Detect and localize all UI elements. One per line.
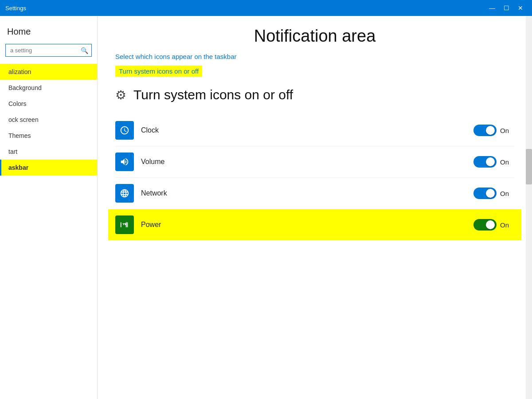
clock-toggle-thumb [486, 126, 495, 135]
title-bar: Settings — ☐ ✕ [0, 0, 532, 16]
link-taskbar-icons[interactable]: Select which icons appear on the taskbar [115, 53, 514, 60]
volume-toggle[interactable]: On [473, 156, 511, 168]
section-header: ⚙ Turn system icons on or off [115, 87, 514, 102]
window-controls: — ☐ ✕ [486, 2, 527, 14]
network-toggle-track[interactable] [473, 188, 497, 199]
power-toggle-track[interactable] [473, 219, 497, 231]
app-body: Home 🔍 alization Background Colors ock s… [0, 16, 532, 399]
power-icon [120, 220, 129, 230]
sidebar-item-colors[interactable]: Colors [0, 96, 97, 112]
toggle-list: Clock On Volume [115, 115, 514, 240]
volume-toggle-track[interactable] [473, 156, 497, 168]
app-title: Settings [5, 5, 26, 12]
power-toggle-state: On [500, 221, 511, 229]
volume-icon-box [115, 153, 134, 171]
toggle-item-power: Power On [108, 209, 521, 240]
clock-icon-box [115, 121, 134, 140]
sidebar-item-lock-screen[interactable]: ock screen [0, 112, 97, 128]
minimize-button[interactable]: — [486, 2, 498, 14]
gear-icon: ⚙ [115, 88, 126, 102]
clock-icon [120, 125, 129, 135]
sidebar-home[interactable]: Home [0, 23, 97, 44]
network-toggle-state: On [500, 190, 511, 197]
scrollbar-track[interactable] [526, 16, 532, 399]
toggle-item-clock: Clock On [115, 115, 514, 146]
sidebar-search-container: 🔍 [5, 44, 92, 57]
volume-toggle-state: On [500, 158, 511, 166]
close-button[interactable]: ✕ [514, 2, 527, 14]
volume-toggle-thumb [486, 157, 495, 166]
clock-toggle-track[interactable] [473, 125, 497, 136]
toggle-item-network: Network On [115, 178, 514, 209]
sidebar-item-personalization[interactable]: alization [0, 64, 97, 80]
power-toggle-thumb [486, 220, 495, 229]
search-icon: 🔍 [81, 47, 88, 54]
clock-label: Clock [141, 126, 473, 134]
power-toggle[interactable]: On [473, 219, 511, 231]
sidebar-item-themes[interactable]: Themes [0, 128, 97, 144]
clock-toggle[interactable]: On [473, 125, 511, 136]
sidebar-item-taskbar[interactable]: askbar [0, 160, 97, 176]
toggle-item-volume: Volume On [115, 146, 514, 178]
network-toggle[interactable]: On [473, 188, 511, 199]
power-icon-box [115, 215, 134, 234]
maximize-button[interactable]: ☐ [500, 2, 512, 14]
network-icon-box [115, 184, 134, 203]
network-toggle-thumb [486, 189, 495, 198]
sidebar: Home 🔍 alization Background Colors ock s… [0, 16, 98, 399]
power-label: Power [141, 221, 473, 229]
volume-label: Volume [141, 158, 473, 166]
section-title: Turn system icons on or off [133, 87, 293, 102]
network-icon [120, 188, 129, 198]
scrollbar-thumb[interactable] [526, 149, 532, 184]
main-content: Notification area Select which icons app… [98, 16, 532, 399]
volume-icon [120, 157, 129, 167]
page-title: Notification area [115, 27, 514, 46]
sidebar-item-background[interactable]: Background [0, 80, 97, 96]
clock-toggle-state: On [500, 127, 511, 134]
link-system-icons[interactable]: Turn system icons on or off [115, 66, 202, 77]
network-label: Network [141, 189, 473, 197]
sidebar-item-start[interactable]: tart [0, 144, 97, 160]
search-input[interactable] [5, 44, 92, 57]
